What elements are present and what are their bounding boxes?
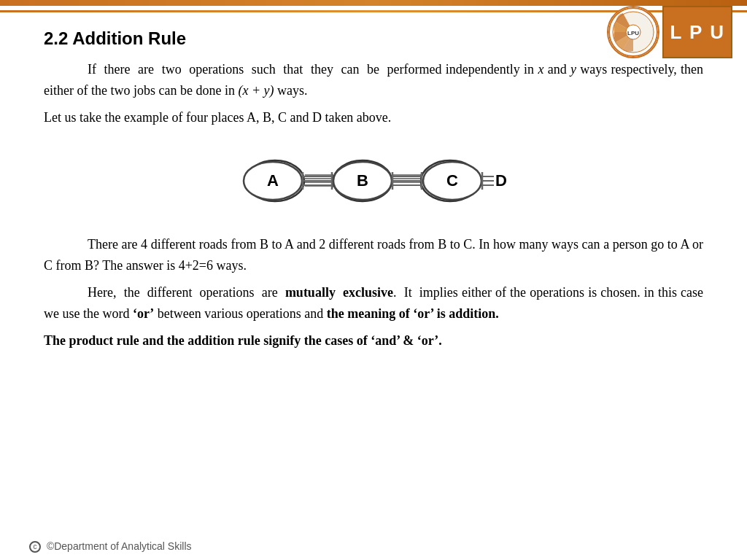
- paragraph-4: Here, the different operations are mutua…: [44, 282, 703, 324]
- section-title: 2.2 Addition Rule: [44, 28, 703, 49]
- copyright-icon: c: [29, 541, 41, 553]
- svg-text:C: C: [446, 171, 458, 190]
- svg-text:A: A: [267, 171, 279, 190]
- var-y: y: [570, 62, 576, 77]
- word-operations: operations: [189, 62, 244, 77]
- svg-text:B: B: [357, 171, 368, 190]
- word-they: they: [311, 62, 333, 77]
- word-such: such: [252, 62, 276, 77]
- logo-area: LPU L P U: [607, 6, 732, 58]
- expression-xy: (x + y): [238, 83, 274, 98]
- svg-text:LPU: LPU: [627, 30, 639, 36]
- paragraph-5: The product rule and the addition rule s…: [44, 330, 703, 351]
- or-bold: ‘or’: [133, 306, 154, 321]
- p2-text: Let us take the example of four places A…: [44, 110, 391, 125]
- var-x: x: [538, 62, 543, 77]
- footer-text: ©Department of Analytical Skills: [47, 540, 192, 552]
- lpu-text: L P U: [670, 23, 725, 42]
- meaning-or-text: the meaning of ‘or’ is addition.: [327, 306, 499, 321]
- main-content: 2.2 Addition Rule If there are two opera…: [0, 20, 747, 374]
- word-that: that: [283, 62, 303, 77]
- footer: c ©Department of Analytical Skills: [29, 540, 192, 553]
- paragraph-3: There are 4 different roads from B to A …: [44, 234, 703, 276]
- paragraph-1: If there are two operations such that th…: [44, 59, 703, 101]
- paragraph-2: Let us take the example of four places A…: [44, 107, 703, 128]
- product-rule-text: The product rule and the addition rule s…: [44, 333, 442, 348]
- lpu-logo-box: L P U: [662, 6, 732, 58]
- university-emblem: LPU: [607, 6, 659, 58]
- diagram-area: A B C A: [44, 141, 703, 221]
- mutually-exclusive-text: mutually exclusive: [285, 285, 393, 300]
- svg-text:D: D: [495, 171, 507, 190]
- emblem-svg: LPU: [608, 7, 658, 57]
- abcd-diagram-v2: A B C D: [235, 144, 512, 217]
- top-bar: [0, 0, 747, 6]
